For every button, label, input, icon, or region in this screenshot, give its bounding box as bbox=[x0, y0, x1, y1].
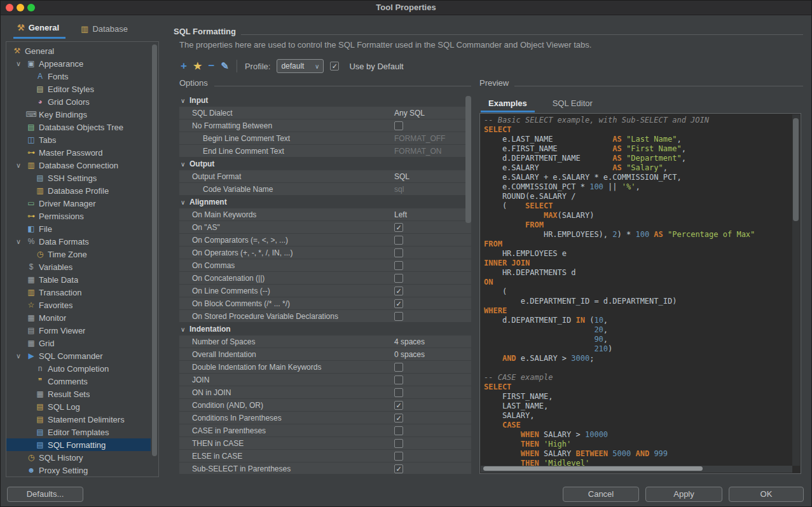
chevron-expanded-icon[interactable]: ∨ bbox=[179, 97, 189, 104]
option-value[interactable]: FORMAT_OFF bbox=[394, 134, 445, 143]
tree-item-auto-completion[interactable]: nAuto Completion bbox=[6, 362, 151, 375]
options-scrollbar[interactable] bbox=[465, 96, 471, 223]
editor-horizontal-scrollbar[interactable] bbox=[481, 466, 792, 473]
option-checkbox[interactable] bbox=[394, 426, 403, 435]
option-row-on-operators-in[interactable]: On Operators (+, -, *, /, IN, ...) bbox=[179, 247, 471, 259]
option-checkbox[interactable] bbox=[394, 439, 403, 448]
tree-item-statement-delimiters[interactable]: ▤Statement Delimiters bbox=[6, 413, 151, 426]
tree-item-result-sets[interactable]: ▦Result Sets bbox=[6, 388, 151, 400]
option-value[interactable]: 0 spaces bbox=[394, 350, 425, 359]
options-section-input[interactable]: ∨Input bbox=[179, 94, 471, 107]
option-row-on-commas[interactable]: On Commas bbox=[179, 259, 471, 271]
add-profile-icon[interactable]: + bbox=[181, 60, 187, 72]
option-checkbox[interactable] bbox=[394, 261, 403, 270]
option-row-on-stored-procedure-variable-declarations[interactable]: On Stored Procedure Variable Declaration… bbox=[179, 310, 471, 322]
tree-item-master-password[interactable]: ⊶Master Password bbox=[6, 146, 151, 159]
option-row-else-in-case[interactable]: ELSE in CASE bbox=[179, 450, 471, 462]
apply-button[interactable]: Apply bbox=[645, 487, 722, 502]
option-row-on-comparators[interactable]: On Comparators (=, <, >, ...) bbox=[179, 234, 471, 246]
option-row-case-in-parentheses[interactable]: CASE in Parentheses bbox=[179, 424, 471, 436]
option-checkbox[interactable]: ✓ bbox=[394, 299, 403, 308]
options-section-output[interactable]: ∨Output bbox=[179, 158, 471, 170]
tree-item-appearance[interactable]: ∨▣Appearance bbox=[6, 57, 151, 70]
option-row-condition-and-or[interactable]: Condition (AND, OR)✓ bbox=[179, 399, 471, 411]
option-row-on-line-comments[interactable]: On Line Comments (--)✓ bbox=[179, 285, 471, 297]
option-checkbox[interactable]: ✓ bbox=[394, 464, 403, 473]
tree-item-editor-templates[interactable]: ▤Editor Templates bbox=[6, 426, 151, 438]
editor-vertical-scrollbar[interactable] bbox=[792, 114, 800, 466]
tree-item-sql-history[interactable]: ◷SQL History bbox=[6, 451, 151, 464]
option-row-on-concatenation[interactable]: On Concatenation (||) bbox=[179, 272, 471, 284]
tree-scrollbar[interactable] bbox=[152, 44, 157, 456]
option-row-overall-indentation[interactable]: Overall Indentation0 spaces bbox=[179, 348, 471, 360]
tree-item-ssh-settings[interactable]: ▤SSH Settings bbox=[6, 172, 151, 184]
ok-button[interactable]: OK bbox=[729, 487, 804, 502]
tree-item-grid[interactable]: ▦Grid bbox=[6, 337, 151, 349]
tree-item-variables[interactable]: $Variables bbox=[6, 260, 151, 273]
tab-database[interactable]: ▥Database bbox=[77, 21, 134, 39]
option-row-double-indentation-for-main-keywords[interactable]: Double Indentation for Main Keywords bbox=[179, 361, 471, 373]
tree-item-file[interactable]: ◧File bbox=[6, 222, 151, 235]
tree-item-general[interactable]: ⚒General bbox=[6, 44, 151, 57]
option-checkbox[interactable] bbox=[394, 388, 403, 397]
option-checkbox[interactable] bbox=[394, 363, 403, 372]
option-checkbox[interactable] bbox=[394, 452, 403, 461]
tree-item-database-profile[interactable]: ▥Database Profile bbox=[6, 184, 151, 197]
option-row-on-block-comments[interactable]: On Block Comments (/* ... */)✓ bbox=[179, 297, 471, 309]
option-row-sub-select-in-parentheses[interactable]: Sub-SELECT in Parentheses✓ bbox=[179, 463, 471, 474]
option-row-on-in-join[interactable]: ON in JOIN bbox=[179, 386, 471, 398]
tree-item-table-data[interactable]: ▦Table Data bbox=[6, 273, 151, 286]
cancel-button[interactable]: Cancel bbox=[563, 487, 639, 502]
tree-item-proxy-setting[interactable]: ☻Proxy Setting bbox=[6, 464, 151, 477]
option-row-conditions-in-parentheses[interactable]: Conditions In Parentheses✓ bbox=[179, 412, 471, 424]
preview-tab-sql-editor[interactable]: SQL Editor bbox=[545, 96, 600, 112]
tree-item-time-zone[interactable]: ◷Time Zone bbox=[6, 248, 151, 260]
profile-select[interactable]: default ∨ bbox=[277, 59, 324, 73]
option-checkbox[interactable]: ✓ bbox=[394, 223, 403, 232]
chevron-expanded-icon[interactable]: ∨ bbox=[179, 161, 189, 168]
chevron-expanded-icon[interactable]: ∨ bbox=[11, 238, 25, 246]
tree-item-grid-colors[interactable]: ◕Grid Colors bbox=[6, 95, 151, 108]
tree-item-tabs[interactable]: ◫Tabs bbox=[6, 133, 151, 146]
editor-horizontal-scrollbar-thumb[interactable] bbox=[483, 466, 703, 471]
tree-item-key-bindings[interactable]: ⌨Key Bindings bbox=[6, 108, 151, 121]
defaults-button[interactable]: Defaults... bbox=[7, 487, 83, 502]
option-row-then-in-case[interactable]: THEN in CASE bbox=[179, 437, 471, 449]
tree-item-sql-formatting[interactable]: ▤SQL Formatting bbox=[6, 438, 151, 451]
options-section-alignment[interactable]: ∨Alignment bbox=[179, 196, 471, 208]
option-value[interactable]: 4 spaces bbox=[394, 337, 425, 346]
option-checkbox[interactable]: ✓ bbox=[394, 414, 403, 422]
option-row-end-line-comment-text[interactable]: End Line Comment TextFORMAT_ON bbox=[179, 145, 471, 157]
options-section-indentation[interactable]: ∨Indentation bbox=[179, 323, 471, 335]
chevron-expanded-icon[interactable]: ∨ bbox=[11, 60, 25, 68]
option-checkbox[interactable] bbox=[394, 312, 403, 321]
edit-profile-icon[interactable]: ✎ bbox=[221, 60, 229, 72]
tree-item-favorites[interactable]: ☆Favorites bbox=[6, 299, 151, 311]
tree-item-transaction[interactable]: ▥Transaction bbox=[6, 286, 151, 299]
option-value[interactable]: sql bbox=[394, 185, 404, 194]
use-by-default-checkbox[interactable]: ✓ bbox=[330, 62, 339, 71]
chevron-expanded-icon[interactable]: ∨ bbox=[11, 161, 25, 170]
option-checkbox[interactable] bbox=[394, 236, 403, 245]
option-row-code-variable-name[interactable]: Code Variable Namesql bbox=[179, 183, 471, 195]
option-row-on-main-keywords[interactable]: On Main KeywordsLeft bbox=[179, 208, 471, 220]
chevron-expanded-icon[interactable]: ∨ bbox=[179, 199, 189, 206]
tree-item-driver-manager[interactable]: ▭Driver Manager bbox=[6, 197, 151, 210]
tree-item-comments[interactable]: ❞Comments bbox=[6, 375, 151, 388]
option-value[interactable]: FORMAT_ON bbox=[394, 147, 441, 156]
favorite-profile-icon[interactable]: ★ bbox=[193, 60, 202, 72]
tree-item-sql-log[interactable]: ▤SQL Log bbox=[6, 400, 151, 413]
tree-item-editor-styles[interactable]: ▤Editor Styles bbox=[6, 83, 151, 95]
tree-item-sql-commander[interactable]: ∨▶SQL Commander bbox=[6, 349, 151, 362]
option-checkbox[interactable] bbox=[394, 248, 403, 257]
tree-item-form-viewer[interactable]: ▤Form Viewer bbox=[6, 324, 151, 337]
option-value[interactable]: Any SQL bbox=[394, 109, 425, 118]
chevron-expanded-icon[interactable]: ∨ bbox=[179, 326, 189, 333]
tree-item-data-formats[interactable]: ∨%Data Formats bbox=[6, 235, 151, 248]
option-checkbox[interactable]: ✓ bbox=[394, 401, 403, 410]
option-checkbox[interactable] bbox=[394, 274, 403, 283]
option-value[interactable]: Left bbox=[394, 210, 407, 219]
remove-profile-icon[interactable]: − bbox=[208, 60, 214, 72]
preview-tab-examples[interactable]: Examples bbox=[481, 96, 535, 112]
chevron-expanded-icon[interactable]: ∨ bbox=[11, 352, 25, 360]
